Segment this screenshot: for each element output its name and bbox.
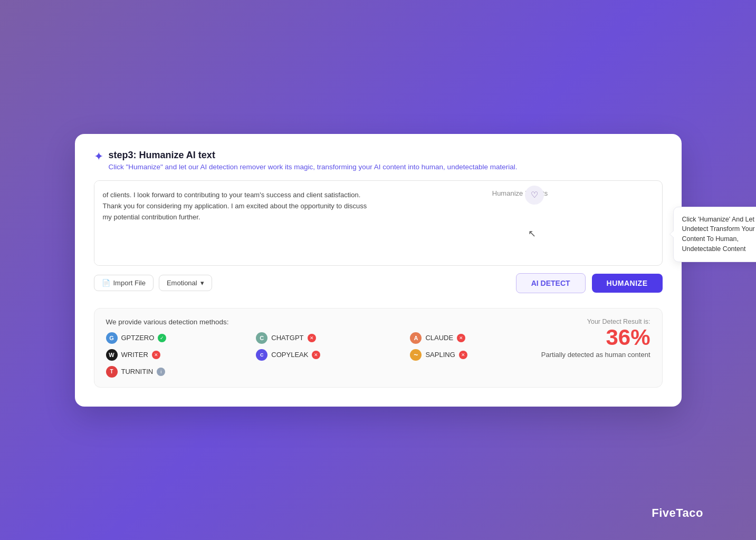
chatgpt-label: CHATGPT bbox=[271, 334, 303, 342]
copyleak-logo: C bbox=[256, 349, 267, 361]
detection-title: We provide various detection methods: bbox=[106, 318, 541, 326]
detector-claude: A CLAUDE ✕ bbox=[410, 332, 541, 344]
main-card: ✦ step3: Humanize AI text Click "Humaniz… bbox=[75, 134, 682, 407]
result-label: Your Detect Result is: bbox=[587, 318, 650, 325]
tone-dropdown[interactable]: Emotional ▾ bbox=[159, 275, 212, 291]
brand-taco: Taco bbox=[676, 506, 703, 519]
turnitin-logo: T bbox=[106, 366, 118, 378]
step-header: ✦ step3: Humanize AI text Click "Humaniz… bbox=[94, 150, 663, 171]
claude-status: ✕ bbox=[457, 334, 465, 342]
copyleak-label: COPYLEAK bbox=[271, 351, 308, 359]
brand-five: Five bbox=[652, 506, 676, 519]
gptzero-logo: G bbox=[106, 332, 118, 344]
input-textarea[interactable] bbox=[94, 181, 378, 265]
turnitin-label: TURNITIN bbox=[121, 368, 154, 375]
editor-section: Humanize Results bbox=[94, 180, 663, 266]
file-icon: 📄 bbox=[102, 279, 110, 287]
gptzero-status: ✓ bbox=[158, 334, 166, 342]
cursor-icon: ↖ bbox=[528, 228, 536, 239]
detector-copyleak: C COPYLEAK ✕ bbox=[256, 349, 394, 361]
results-label: Humanize Results bbox=[387, 189, 654, 197]
writer-logo: W bbox=[106, 349, 118, 361]
step-subtitle: Click "Humanize" and let our AI detectio… bbox=[109, 163, 518, 171]
writer-label: WRITER bbox=[121, 351, 148, 359]
heart-icon[interactable]: ♡ bbox=[525, 186, 544, 205]
sapling-label: SAPLING bbox=[425, 351, 455, 359]
sparkle-icon: ✦ bbox=[94, 151, 103, 162]
toolbar-right: AI DETECT HUMANIZE bbox=[516, 273, 663, 293]
chatgpt-logo: C bbox=[256, 332, 267, 344]
import-button[interactable]: 📄 Import File bbox=[94, 275, 154, 291]
tooltip-text: Click 'Humanize' And Let AI Undetect Tra… bbox=[682, 216, 757, 253]
claude-logo: A bbox=[410, 332, 422, 344]
detection-right: Your Detect Result is: 36% Partially det… bbox=[541, 318, 650, 359]
detection-grid: G GPTZERO ✓ C CHATGPT ✕ A CLAUDE ✕ W bbox=[106, 332, 541, 378]
chatgpt-status: ✕ bbox=[308, 334, 316, 342]
sapling-status: ✕ bbox=[459, 351, 467, 359]
turnitin-status: i bbox=[157, 368, 165, 376]
detector-gptzero: G GPTZERO ✓ bbox=[106, 332, 241, 344]
tooltip-box: Click 'Humanize' And Let AI Undetect Tra… bbox=[673, 207, 757, 262]
import-label: Import File bbox=[113, 279, 146, 287]
fivetaco-brand: FiveTaco bbox=[652, 506, 703, 520]
tone-value: Emotional bbox=[167, 279, 197, 287]
results-panel: Humanize Results bbox=[378, 181, 662, 265]
humanize-button[interactable]: HUMANIZE bbox=[592, 274, 663, 293]
toolbar-left: 📄 Import File Emotional ▾ bbox=[94, 275, 212, 291]
gptzero-label: GPTZERO bbox=[121, 334, 155, 342]
chevron-down-icon: ▾ bbox=[200, 279, 204, 287]
detection-left: We provide various detection methods: G … bbox=[106, 318, 541, 378]
detector-writer: W WRITER ✕ bbox=[106, 349, 241, 361]
copyleak-status: ✕ bbox=[312, 351, 320, 359]
result-percentage: 36% bbox=[606, 326, 650, 349]
writer-status: ✕ bbox=[152, 351, 160, 359]
detection-section: We provide various detection methods: G … bbox=[94, 308, 663, 388]
result-description: Partially detected as human content bbox=[541, 351, 650, 359]
claude-label: CLAUDE bbox=[425, 334, 453, 342]
sapling-logo: ~ bbox=[410, 349, 422, 361]
step-title: step3: Humanize AI text bbox=[109, 150, 518, 161]
ai-detect-button[interactable]: AI DETECT bbox=[516, 273, 586, 293]
toolbar: 📄 Import File Emotional ▾ AI DETECT HUMA… bbox=[94, 273, 663, 293]
detector-turnitin: T TURNITIN i bbox=[106, 366, 241, 378]
detector-sapling: ~ SAPLING ✕ bbox=[410, 349, 541, 361]
detector-chatgpt: C CHATGPT ✕ bbox=[256, 332, 394, 344]
